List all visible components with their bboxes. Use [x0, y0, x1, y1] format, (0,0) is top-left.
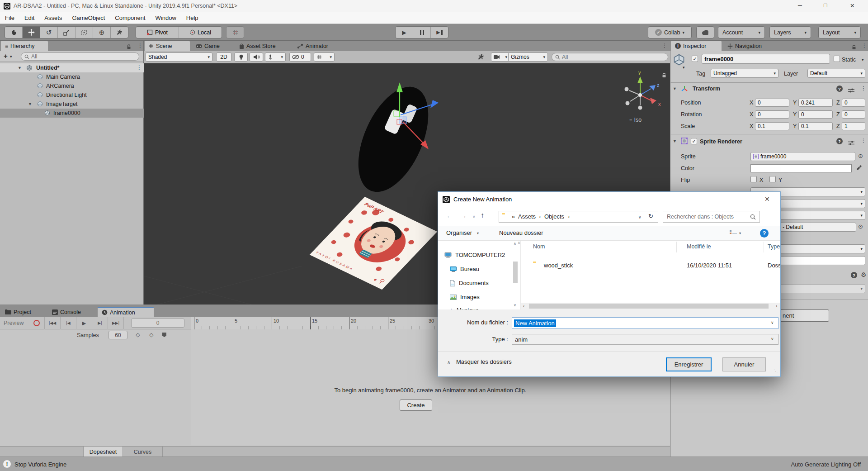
- menu-component[interactable]: Component: [110, 14, 150, 21]
- sidebar-item-documents[interactable]: Documents: [450, 280, 489, 286]
- chevron-down-icon[interactable]: ∨: [771, 337, 774, 341]
- menu-edit[interactable]: Edit: [19, 14, 39, 21]
- sidebar-item-images[interactable]: Images: [450, 294, 480, 300]
- name-field[interactable]: frame0000: [702, 54, 830, 64]
- scene-search-input[interactable]: All: [552, 53, 668, 61]
- component-menu-icon[interactable]: ⋮: [861, 85, 866, 91]
- chevron-down-icon[interactable]: ▾: [862, 57, 864, 62]
- add-event-icon[interactable]: [162, 332, 167, 339]
- tree-row[interactable]: ▼ ImageTarget: [0, 100, 144, 109]
- scale-tool-button[interactable]: [58, 27, 75, 38]
- lock-icon[interactable]: [852, 43, 856, 52]
- draw-mode-dropdown[interactable]: Shaded▾: [146, 52, 212, 62]
- sprite-object-field[interactable]: frame0000: [750, 152, 855, 161]
- hand-tool-button[interactable]: [5, 27, 23, 38]
- pivot-toggle-button[interactable]: Pivot: [136, 27, 179, 38]
- sidebar-item-musique[interactable]: ♪ Musique: [450, 306, 479, 309]
- grid-visibility-dropdown[interactable]: ▾: [314, 52, 335, 62]
- object-picker-icon[interactable]: ⊙: [858, 223, 863, 230]
- collab-button[interactable]: ✓ Collab▾: [648, 26, 692, 38]
- help-icon[interactable]: ?: [760, 229, 769, 238]
- scale-z-field[interactable]: 1: [842, 122, 865, 130]
- audio-toggle-button[interactable]: [250, 52, 263, 62]
- sprite-shape[interactable]: [344, 76, 443, 203]
- tree-row-scene[interactable]: ▼ Untitled* ⋮: [0, 63, 144, 72]
- hide-folders-button[interactable]: Masquer les dossiers: [456, 358, 512, 365]
- tag-dropdown[interactable]: Untagged▾: [711, 69, 778, 78]
- custom-tool-button[interactable]: [111, 27, 128, 38]
- local-toggle-button[interactable]: Local: [179, 27, 222, 38]
- play-button[interactable]: ▶: [396, 27, 413, 38]
- address-chevron-icon[interactable]: ∨: [638, 215, 642, 219]
- tab-animation[interactable]: Animation: [98, 307, 154, 317]
- rect-tool-button[interactable]: [75, 27, 93, 38]
- prev-frame-button[interactable]: |◀: [61, 317, 76, 329]
- scene-menu-icon[interactable]: ⋮: [662, 43, 667, 49]
- inspector-menu-icon[interactable]: ⋮: [862, 43, 867, 49]
- layer-dropdown[interactable]: Default▾: [807, 69, 865, 78]
- flip-y-checkbox[interactable]: [769, 176, 776, 182]
- sidebar-scrollbar-thumb[interactable]: [513, 262, 518, 283]
- history-chevron-icon[interactable]: ∨: [472, 214, 476, 219]
- file-row[interactable]: wood_stick 16/10/2020 11:51 Dossi: [521, 261, 780, 271]
- help-icon[interactable]: ?: [836, 138, 843, 144]
- gear-icon[interactable]: ⚙: [861, 271, 867, 278]
- menu-help[interactable]: Help: [181, 14, 203, 21]
- address-bar[interactable]: « Assets › Objects › ∨ ↻: [499, 211, 658, 223]
- flip-x-checkbox[interactable]: [750, 176, 757, 182]
- column-modified[interactable]: Modifié le: [687, 243, 711, 250]
- layout-dropdown[interactable]: Layout▾: [818, 26, 861, 38]
- tree-row[interactable]: Main Camera: [0, 72, 144, 81]
- add-keyframe-icon[interactable]: ◇: [136, 331, 140, 338]
- resize-grip[interactable]: ⋱: [774, 369, 778, 374]
- tree-row[interactable]: Directional Light: [0, 90, 144, 100]
- scroll-left-icon[interactable]: ‹: [523, 304, 524, 309]
- new-folder-button[interactable]: Nouveau dossier: [499, 229, 543, 236]
- tab-dopesheet[interactable]: Dopesheet: [83, 447, 123, 457]
- help-icon[interactable]: ?: [851, 272, 857, 278]
- sidebar-item-bureau[interactable]: Bureau: [450, 266, 479, 272]
- breadcrumb-objects[interactable]: Objects: [544, 213, 564, 220]
- component-tools-icon[interactable]: [477, 54, 484, 62]
- layers-dropdown[interactable]: Layers▾: [769, 26, 811, 38]
- grid-snap-button[interactable]: [226, 26, 244, 38]
- rotate-tool-button[interactable]: ↺: [40, 27, 58, 38]
- maximize-button[interactable]: □: [824, 2, 827, 9]
- add-keyframe-plus-icon[interactable]: ◇: [149, 331, 154, 338]
- lock-icon[interactable]: [127, 43, 131, 51]
- help-icon[interactable]: ?: [836, 86, 843, 92]
- menu-file[interactable]: File: [0, 14, 19, 21]
- tree-row-selected[interactable]: frame0000: [0, 109, 144, 118]
- position-x-field[interactable]: 0: [755, 99, 789, 107]
- position-y-field[interactable]: 0.241: [798, 99, 833, 107]
- organize-menu[interactable]: Organiser: [446, 229, 472, 236]
- tab-asset-store[interactable]: Asset Store: [235, 41, 291, 51]
- move-tool-button[interactable]: [23, 27, 40, 38]
- status-message[interactable]: Stop Vuforia Engine: [14, 461, 66, 468]
- view-options-icon[interactable]: [730, 230, 737, 237]
- up-icon[interactable]: ↑: [481, 211, 484, 219]
- dialog-search-input[interactable]: Rechercher dans : Objects: [663, 211, 760, 223]
- tree-row[interactable]: ARCamera: [0, 81, 144, 90]
- record-button[interactable]: [29, 317, 45, 329]
- tab-curves[interactable]: Curves: [123, 447, 163, 457]
- effects-dropdown[interactable]: ▾: [265, 52, 286, 62]
- presets-icon[interactable]: [848, 139, 854, 147]
- expander-icon[interactable]: ▼: [18, 66, 22, 70]
- create-button[interactable]: Create: [400, 400, 432, 411]
- type-dropdown[interactable]: anim ∨: [512, 334, 778, 345]
- camera-settings-dropdown[interactable]: ▾: [491, 52, 510, 62]
- rotation-x-field[interactable]: 0: [755, 110, 789, 119]
- play-animation-button[interactable]: ▶: [76, 317, 92, 329]
- eyedropper-icon[interactable]: [856, 164, 862, 172]
- minimize-button[interactable]: ─: [798, 2, 802, 9]
- current-frame-field[interactable]: 0: [131, 319, 184, 328]
- tab-inspector[interactable]: i Inspector: [671, 41, 722, 51]
- presets-icon[interactable]: [848, 86, 854, 95]
- preview-button[interactable]: Preview: [0, 320, 29, 326]
- next-frame-button[interactable]: ▶|: [92, 317, 108, 329]
- step-button[interactable]: ▶: [431, 27, 448, 38]
- component-menu-icon[interactable]: ⋮: [861, 138, 866, 144]
- breadcrumb-assets[interactable]: Assets: [518, 213, 536, 220]
- horizontal-scrollbar[interactable]: ‹ ›: [521, 303, 780, 309]
